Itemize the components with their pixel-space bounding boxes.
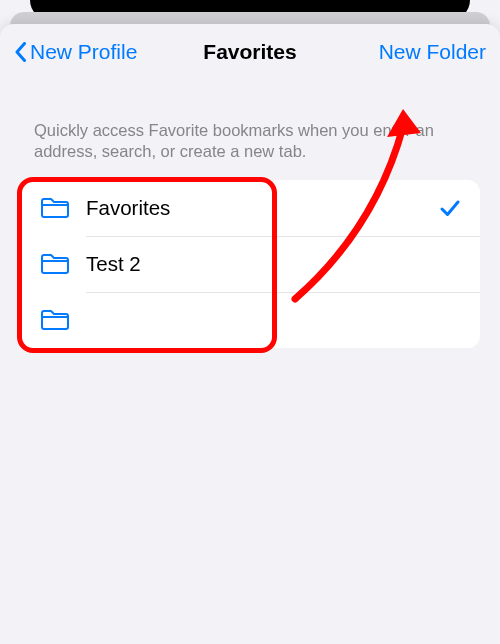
folder-icon bbox=[40, 196, 70, 220]
folder-row-favorites[interactable]: Favorites bbox=[20, 180, 480, 236]
checkmark-icon bbox=[438, 196, 462, 220]
back-label: New Profile bbox=[30, 40, 137, 64]
folder-row-unnamed[interactable] bbox=[20, 292, 480, 348]
chevron-left-icon bbox=[14, 41, 28, 63]
new-folder-button[interactable]: New Folder bbox=[379, 40, 486, 64]
description-text: Quickly access Favorite bookmarks when y… bbox=[0, 80, 500, 180]
folder-row-test-2[interactable]: Test 2 bbox=[20, 236, 480, 292]
folder-list: Favorites Test 2 bbox=[20, 180, 480, 348]
folder-icon bbox=[40, 308, 70, 332]
folder-label: Favorites bbox=[86, 196, 438, 220]
folder-label: Test 2 bbox=[86, 252, 462, 276]
favorites-sheet: New Profile Favorites New Folder Quickly… bbox=[0, 24, 500, 644]
folder-icon bbox=[40, 252, 70, 276]
page-title: Favorites bbox=[203, 40, 296, 64]
back-button[interactable]: New Profile bbox=[14, 40, 137, 64]
navbar: New Profile Favorites New Folder bbox=[0, 24, 500, 80]
